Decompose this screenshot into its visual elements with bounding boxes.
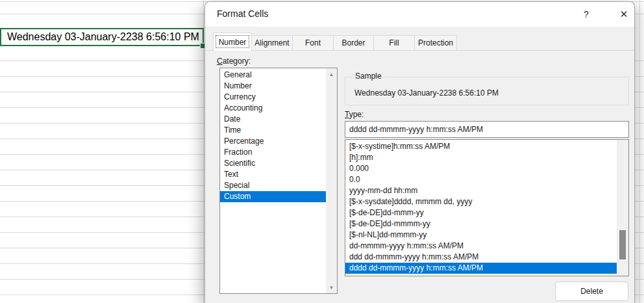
tab-alignment[interactable]: Alignment: [252, 35, 293, 51]
format-cells-dialog: Format Cells ? ✕ Number Alignment Font B…: [204, 1, 635, 303]
category-item[interactable]: General: [220, 70, 326, 81]
type-item[interactable]: [$-x-systime]h:mm:ss AM/PM: [345, 141, 617, 152]
category-item[interactable]: Accounting: [220, 103, 326, 114]
selected-cell[interactable]: Wednesday 03-January-2238 6:56:10 PM: [0, 28, 204, 46]
close-icon[interactable]: ✕: [613, 4, 635, 25]
scroll-up-icon[interactable]: ▲: [326, 69, 337, 79]
tab-protection[interactable]: Protection: [415, 35, 457, 51]
type-input[interactable]: [345, 121, 629, 138]
type-item[interactable]: [$-nl-NL]dd-mmmm-yy: [345, 230, 617, 241]
type-item[interactable]: [h]:mm: [345, 152, 617, 163]
category-scrollbar[interactable]: ▲ ▼: [326, 68, 337, 293]
type-scrollbar-thumb[interactable]: [619, 230, 626, 259]
category-item[interactable]: Special: [220, 180, 326, 191]
tab-font[interactable]: Font: [293, 35, 334, 51]
dialog-titlebar: Format Cells ? ✕: [205, 2, 634, 27]
type-items: [$-x-systime]h:mm:ss AM/PM[h]:mm0.0000.0…: [345, 141, 617, 274]
type-item[interactable]: [$-x-sysdate]dddd, mmmm dd, yyyy: [345, 196, 617, 207]
dialog-title: Format Cells: [217, 8, 268, 19]
tab-number[interactable]: Number: [213, 33, 252, 51]
type-item[interactable]: 0.000: [345, 163, 617, 174]
type-item[interactable]: yyyy-mm-dd hh:mm: [345, 185, 617, 196]
type-item[interactable]: [$-de-DE]dd-mmmm-yy: [345, 218, 617, 230]
category-label: Category:: [217, 57, 251, 66]
type-listbox[interactable]: [$-x-systime]h:mm:ss AM/PM[h]:mm0.0000.0…: [345, 139, 629, 276]
category-item[interactable]: Date: [220, 114, 326, 125]
type-item[interactable]: dddd dd-mmmm-yyyy h:mm:ss AM/PM: [345, 263, 617, 274]
sample-label: Sample: [352, 72, 385, 81]
gridline: [639, 0, 640, 303]
tab-fill[interactable]: Fill: [374, 35, 415, 51]
delete-button[interactable]: Delete: [555, 282, 628, 301]
sample-groupbox: Sample Wednesday 03-January-2238 6:56:10…: [345, 77, 629, 105]
type-item[interactable]: dd-mmmm-yyyy h:mm:ss AM/PM: [345, 241, 617, 252]
type-item[interactable]: [$-de-DE]dd-mmm-yy: [345, 207, 617, 218]
category-item[interactable]: Scientific: [220, 158, 326, 169]
tab-border[interactable]: Border: [334, 35, 374, 51]
category-item[interactable]: Currency: [220, 92, 326, 103]
category-item[interactable]: Time: [220, 125, 326, 136]
type-item[interactable]: ddd dd-mmmm-yyyy h:mm:ss AM/PM: [345, 252, 617, 263]
category-listbox[interactable]: GeneralNumberCurrencyAccountingDateTimeP…: [219, 68, 338, 294]
type-label: Type:: [345, 110, 364, 119]
category-items: GeneralNumberCurrencyAccountingDateTimeP…: [220, 70, 326, 202]
category-item[interactable]: Percentage: [220, 136, 326, 147]
type-scrollbar[interactable]: [617, 140, 628, 276]
sample-value: Wednesday 03-January-2238 6:56:10 PM: [354, 88, 499, 98]
category-item[interactable]: Text: [220, 169, 326, 180]
category-item[interactable]: Number: [220, 81, 326, 92]
selected-cell-value: Wednesday 03-January-2238 6:56:10 PM: [7, 31, 199, 43]
help-icon[interactable]: ?: [575, 4, 597, 25]
type-item[interactable]: 0.0: [345, 174, 617, 185]
scroll-down-icon[interactable]: ▼: [326, 282, 337, 293]
category-item[interactable]: Custom: [220, 191, 326, 202]
category-item[interactable]: Fraction: [220, 147, 326, 158]
